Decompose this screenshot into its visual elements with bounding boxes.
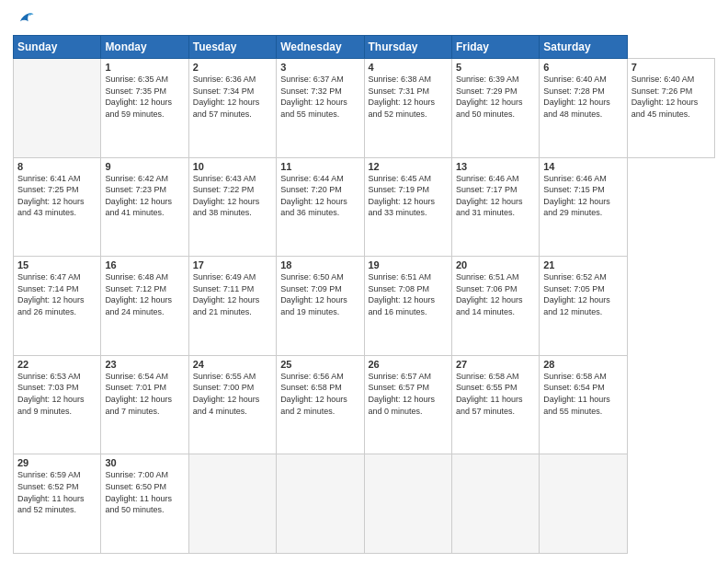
calendar-body: 1Sunrise: 6:35 AMSunset: 7:35 PMDaylight…	[14, 59, 715, 554]
calendar-day	[364, 454, 451, 554]
day-detail: Sunrise: 7:00 AMSunset: 6:50 PMDaylight:…	[105, 469, 184, 515]
day-detail: Sunrise: 6:42 AMSunset: 7:23 PMDaylight:…	[105, 173, 184, 219]
day-number: 23	[105, 359, 184, 370]
day-number: 28	[543, 359, 622, 370]
calendar-day: 8Sunrise: 6:41 AMSunset: 7:25 PMDaylight…	[14, 157, 101, 257]
calendar-day: 20Sunrise: 6:51 AMSunset: 7:06 PMDayligh…	[451, 257, 539, 356]
calendar-day: 11Sunrise: 6:44 AMSunset: 7:20 PMDayligh…	[277, 157, 364, 257]
day-detail: Sunrise: 6:37 AMSunset: 7:32 PMDaylight:…	[280, 74, 359, 120]
calendar-day: 1Sunrise: 6:35 AMSunset: 7:35 PMDaylight…	[101, 59, 188, 158]
day-detail: Sunrise: 6:43 AMSunset: 7:22 PMDaylight:…	[193, 173, 272, 219]
logo	[13, 9, 35, 29]
col-header-wednesday: Wednesday	[277, 36, 364, 59]
day-number: 3	[280, 62, 359, 73]
calendar-day: 3Sunrise: 6:37 AMSunset: 7:32 PMDaylight…	[277, 59, 364, 158]
calendar-day: 6Sunrise: 6:40 AMSunset: 7:28 PMDaylight…	[540, 59, 627, 158]
day-detail: Sunrise: 6:39 AMSunset: 7:29 PMDaylight:…	[456, 74, 535, 120]
calendar-day: 17Sunrise: 6:49 AMSunset: 7:11 PMDayligh…	[188, 257, 276, 356]
calendar-day: 10Sunrise: 6:43 AMSunset: 7:22 PMDayligh…	[188, 157, 276, 257]
calendar-day: 19Sunrise: 6:51 AMSunset: 7:08 PMDayligh…	[364, 257, 451, 356]
calendar-day: 29Sunrise: 6:59 AMSunset: 6:52 PMDayligh…	[14, 454, 101, 554]
calendar-week-row: 1Sunrise: 6:35 AMSunset: 7:35 PMDaylight…	[14, 59, 715, 158]
col-header-thursday: Thursday	[364, 36, 451, 59]
day-detail: Sunrise: 6:41 AMSunset: 7:25 PMDaylight:…	[17, 173, 97, 219]
calendar-day: 15Sunrise: 6:47 AMSunset: 7:14 PMDayligh…	[14, 257, 101, 356]
header	[13, 9, 715, 29]
day-detail: Sunrise: 6:51 AMSunset: 7:08 PMDaylight:…	[369, 271, 448, 317]
calendar-day: 21Sunrise: 6:52 AMSunset: 7:05 PMDayligh…	[540, 257, 627, 356]
calendar-day: 2Sunrise: 6:36 AMSunset: 7:34 PMDaylight…	[188, 59, 276, 158]
day-number: 10	[193, 161, 272, 172]
day-detail: Sunrise: 6:35 AMSunset: 7:35 PMDaylight:…	[105, 74, 184, 120]
calendar-day: 7Sunrise: 6:40 AMSunset: 7:26 PMDaylight…	[627, 59, 714, 158]
day-detail: Sunrise: 6:49 AMSunset: 7:11 PMDaylight:…	[193, 271, 272, 317]
day-detail: Sunrise: 6:54 AMSunset: 7:01 PMDaylight:…	[105, 371, 184, 417]
day-number: 8	[17, 161, 97, 172]
calendar-day: 30Sunrise: 7:00 AMSunset: 6:50 PMDayligh…	[101, 454, 188, 554]
day-detail: Sunrise: 6:40 AMSunset: 7:28 PMDaylight:…	[543, 74, 622, 120]
calendar-day: 22Sunrise: 6:53 AMSunset: 7:03 PMDayligh…	[14, 355, 101, 454]
logo-bird-icon	[15, 9, 35, 29]
day-number: 29	[17, 457, 97, 468]
day-detail: Sunrise: 6:51 AMSunset: 7:06 PMDaylight:…	[456, 271, 535, 317]
day-detail: Sunrise: 6:50 AMSunset: 7:09 PMDaylight:…	[280, 271, 359, 317]
day-number: 27	[456, 359, 535, 370]
calendar-day: 18Sunrise: 6:50 AMSunset: 7:09 PMDayligh…	[277, 257, 364, 356]
calendar-day	[188, 454, 276, 554]
day-number: 20	[456, 259, 535, 270]
day-number: 14	[543, 161, 622, 172]
day-detail: Sunrise: 6:46 AMSunset: 7:17 PMDaylight:…	[456, 173, 535, 219]
calendar-header-row: SundayMondayTuesdayWednesdayThursdayFrid…	[14, 36, 715, 59]
day-detail: Sunrise: 6:38 AMSunset: 7:31 PMDaylight:…	[369, 74, 448, 120]
calendar-day: 14Sunrise: 6:46 AMSunset: 7:15 PMDayligh…	[540, 157, 627, 257]
day-detail: Sunrise: 6:58 AMSunset: 6:54 PMDaylight:…	[543, 371, 622, 417]
day-detail: Sunrise: 6:40 AMSunset: 7:26 PMDaylight:…	[631, 74, 711, 120]
day-detail: Sunrise: 6:47 AMSunset: 7:14 PMDaylight:…	[17, 271, 97, 317]
day-detail: Sunrise: 6:53 AMSunset: 7:03 PMDaylight:…	[17, 371, 97, 417]
day-detail: Sunrise: 6:55 AMSunset: 7:00 PMDaylight:…	[193, 371, 272, 417]
day-number: 18	[280, 259, 359, 270]
calendar-day: 27Sunrise: 6:58 AMSunset: 6:55 PMDayligh…	[451, 355, 539, 454]
day-detail: Sunrise: 6:57 AMSunset: 6:57 PMDaylight:…	[369, 371, 448, 417]
day-detail: Sunrise: 6:36 AMSunset: 7:34 PMDaylight:…	[193, 74, 272, 120]
day-number: 6	[543, 62, 622, 73]
day-number: 21	[543, 259, 622, 270]
col-header-friday: Friday	[451, 36, 539, 59]
calendar-day: 13Sunrise: 6:46 AMSunset: 7:17 PMDayligh…	[451, 157, 539, 257]
calendar-week-row: 8Sunrise: 6:41 AMSunset: 7:25 PMDaylight…	[14, 157, 715, 257]
day-number: 25	[280, 359, 359, 370]
calendar-day	[451, 454, 539, 554]
day-detail: Sunrise: 6:52 AMSunset: 7:05 PMDaylight:…	[543, 271, 622, 317]
col-header-monday: Monday	[101, 36, 188, 59]
calendar-day: 5Sunrise: 6:39 AMSunset: 7:29 PMDaylight…	[451, 59, 539, 158]
day-number: 13	[456, 161, 535, 172]
calendar-day: 16Sunrise: 6:48 AMSunset: 7:12 PMDayligh…	[101, 257, 188, 356]
day-number: 4	[369, 62, 448, 73]
day-number: 15	[17, 259, 97, 270]
calendar-day	[277, 454, 364, 554]
day-number: 12	[369, 161, 448, 172]
day-detail: Sunrise: 6:46 AMSunset: 7:15 PMDaylight:…	[543, 173, 622, 219]
day-number: 5	[456, 62, 535, 73]
calendar-day: 24Sunrise: 6:55 AMSunset: 7:00 PMDayligh…	[188, 355, 276, 454]
day-number: 11	[280, 161, 359, 172]
day-number: 7	[631, 62, 711, 73]
calendar-day: 4Sunrise: 6:38 AMSunset: 7:31 PMDaylight…	[364, 59, 451, 158]
day-number: 9	[105, 161, 184, 172]
day-number: 1	[105, 62, 184, 73]
day-detail: Sunrise: 6:48 AMSunset: 7:12 PMDaylight:…	[105, 271, 184, 317]
day-number: 26	[369, 359, 448, 370]
calendar-day: 25Sunrise: 6:56 AMSunset: 6:58 PMDayligh…	[277, 355, 364, 454]
day-number: 2	[193, 62, 272, 73]
page: SundayMondayTuesdayWednesdayThursdayFrid…	[0, 0, 728, 563]
calendar-day: 9Sunrise: 6:42 AMSunset: 7:23 PMDaylight…	[101, 157, 188, 257]
calendar-day: 26Sunrise: 6:57 AMSunset: 6:57 PMDayligh…	[364, 355, 451, 454]
day-number: 30	[105, 457, 184, 468]
calendar-week-row: 29Sunrise: 6:59 AMSunset: 6:52 PMDayligh…	[14, 454, 715, 554]
calendar-week-row: 22Sunrise: 6:53 AMSunset: 7:03 PMDayligh…	[14, 355, 715, 454]
calendar-week-row: 15Sunrise: 6:47 AMSunset: 7:14 PMDayligh…	[14, 257, 715, 356]
calendar-day: 23Sunrise: 6:54 AMSunset: 7:01 PMDayligh…	[101, 355, 188, 454]
col-header-tuesday: Tuesday	[188, 36, 276, 59]
day-detail: Sunrise: 6:59 AMSunset: 6:52 PMDaylight:…	[17, 469, 97, 515]
calendar-day-empty	[14, 59, 101, 158]
